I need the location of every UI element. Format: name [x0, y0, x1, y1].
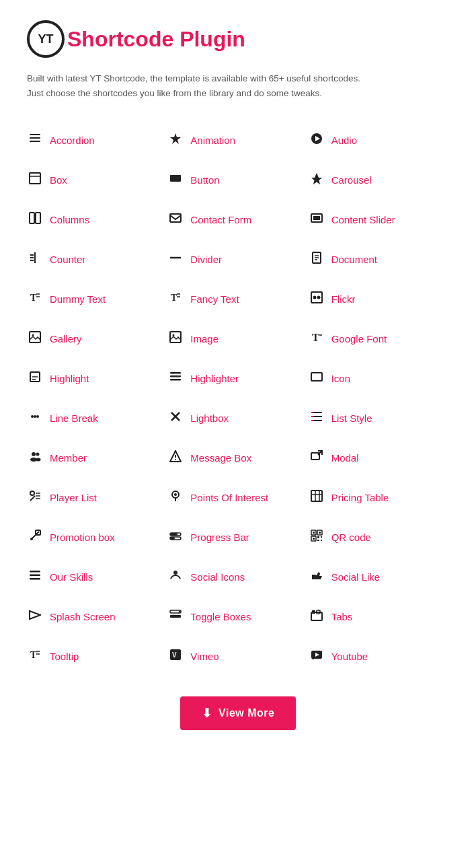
shortcode-item-pricing-table[interactable]: Pricing Table — [309, 478, 449, 517]
shortcode-item-dummy-text[interactable]: TDummy Text — [27, 279, 167, 319]
svg-rect-82 — [170, 533, 177, 536]
svg-rect-84 — [170, 537, 175, 540]
svg-rect-88 — [319, 532, 321, 534]
shortcode-item-tabs[interactable]: Tabs — [309, 597, 449, 637]
divider-icon — [167, 252, 184, 267]
svg-point-58 — [36, 453, 40, 456]
svg-rect-0 — [30, 134, 40, 135]
svg-rect-90 — [313, 538, 315, 540]
svg-rect-11 — [36, 213, 40, 223]
shortcode-item-player-list[interactable]: Player List — [27, 478, 167, 517]
google-font-icon: T — [309, 331, 325, 347]
shortcode-item-google-font[interactable]: TGoogle Font — [309, 319, 449, 359]
counter-icon — [27, 252, 43, 267]
shortcode-label: Animation — [190, 135, 235, 146]
shortcode-item-highlight[interactable]: Highlight — [27, 359, 167, 398]
shortcode-label: Google Font — [331, 333, 387, 345]
shortcode-label: Columns — [50, 214, 89, 225]
svg-point-32 — [317, 296, 320, 299]
view-more-container: ⬇ View More — [27, 696, 449, 730]
button-icon — [167, 172, 184, 188]
shortcode-item-list-style[interactable]: List Style — [309, 398, 449, 438]
shortcode-item-document[interactable]: Document — [309, 240, 449, 279]
shortcode-item-social-icons[interactable]: Social Icons — [167, 557, 308, 597]
shortcode-label: Youtube — [331, 651, 368, 662]
document-icon — [309, 252, 325, 267]
shortcode-item-points-of-interest[interactable]: Points Of Interest — [167, 478, 308, 517]
shortcode-item-contact-form[interactable]: Contact Form — [167, 200, 308, 240]
shortcode-item-button[interactable]: Button — [167, 160, 308, 200]
shortcode-item-social-like[interactable]: Social Like — [309, 557, 449, 597]
shortcode-item-audio[interactable]: Audio — [309, 120, 449, 160]
svg-rect-96 — [30, 575, 40, 577]
shortcode-item-image[interactable]: Image — [167, 319, 308, 359]
shortcode-item-tooltip[interactable]: TTooltip — [27, 637, 167, 676]
svg-text:T: T — [30, 650, 37, 660]
shortcode-item-icon[interactable]: Icon — [309, 359, 449, 398]
header-title: Shortcode Plugin — [67, 27, 245, 52]
shortcode-item-counter[interactable]: Counter — [27, 240, 167, 279]
shortcode-label: Tooltip — [50, 651, 79, 662]
svg-marker-3 — [170, 133, 181, 144]
gallery-icon — [27, 331, 43, 347]
shortcode-item-member[interactable]: Member — [27, 438, 167, 478]
shortcode-label: Social Like — [331, 571, 381, 583]
shortcode-label: Divider — [190, 254, 222, 265]
shortcode-label: Message Box — [190, 452, 251, 464]
shortcode-item-youtube[interactable]: Youtube — [309, 637, 449, 676]
svg-point-31 — [313, 296, 316, 299]
shortcode-item-fancy-text[interactable]: TFancy Text — [167, 279, 308, 319]
shortcode-item-message-box[interactable]: Message Box — [167, 438, 308, 478]
shortcode-item-columns[interactable]: Columns — [27, 200, 167, 240]
shortcode-item-highlighter[interactable]: Highlighter — [167, 359, 308, 398]
svg-rect-91 — [317, 536, 319, 538]
shortcode-item-box[interactable]: Box — [27, 160, 167, 200]
shortcode-item-content-slider[interactable]: Content Slider — [309, 200, 449, 240]
shortcode-item-carousel[interactable]: Carousel — [309, 160, 449, 200]
member-icon — [27, 450, 43, 466]
shortcode-item-divider[interactable]: Divider — [167, 240, 308, 279]
shortcode-item-flickr[interactable]: Flickr — [309, 279, 449, 319]
shortcode-item-line-break[interactable]: Line Break — [27, 398, 167, 438]
shortcode-label: Vimeo — [190, 651, 219, 662]
shortcode-item-accordion[interactable]: Accordion — [27, 120, 167, 160]
shortcode-item-progress-bar[interactable]: Progress Bar — [167, 517, 308, 557]
highlight-icon — [27, 371, 43, 386]
svg-point-80 — [30, 538, 33, 540]
shortcode-label: Flickr — [331, 293, 356, 305]
shortcode-item-lightbox[interactable]: Lightbox — [167, 398, 308, 438]
shortcode-item-toggle-boxes[interactable]: Toggle Boxes — [167, 597, 308, 637]
lightbox-icon — [167, 410, 184, 426]
shortcode-grid: AccordionAnimationAudioBoxButtonCarousel… — [27, 120, 449, 676]
shortcode-item-promotion-box[interactable]: Promotion box — [27, 517, 167, 557]
tabs-icon — [309, 609, 325, 624]
shortcode-label: Carousel — [331, 174, 372, 186]
shortcode-label: Gallery — [50, 333, 82, 345]
shortcode-label: Player List — [50, 492, 97, 503]
shortcode-item-our-skills[interactable]: Our Skills — [27, 557, 167, 597]
content-slider-icon — [309, 212, 325, 227]
shortcode-item-animation[interactable]: Animation — [167, 120, 308, 160]
svg-rect-43 — [170, 375, 181, 377]
view-more-button[interactable]: ⬇ View More — [180, 696, 296, 730]
svg-text:V: V — [172, 651, 177, 659]
shortcode-item-splash-screen[interactable]: Splash Screen — [27, 597, 167, 637]
shortcode-item-gallery[interactable]: Gallery — [27, 319, 167, 359]
shortcode-item-vimeo[interactable]: VVimeo — [167, 637, 308, 676]
our-skills-icon — [27, 569, 43, 585]
svg-rect-74 — [311, 491, 322, 501]
line-break-icon — [27, 410, 43, 426]
shortcode-item-qr-code[interactable]: QR code — [309, 517, 449, 557]
shortcode-label: Splash Screen — [50, 611, 116, 622]
shortcode-item-modal[interactable]: Modal — [309, 438, 449, 478]
flickr-icon — [309, 291, 325, 307]
player-list-icon — [27, 490, 43, 505]
view-more-icon: ⬇ — [202, 706, 212, 721]
points-of-interest-icon — [167, 490, 184, 505]
svg-point-114 — [312, 657, 314, 659]
box-icon — [27, 172, 43, 188]
shortcode-label: Document — [331, 254, 377, 265]
svg-rect-10 — [30, 213, 34, 223]
shortcode-label: Contact Form — [190, 214, 251, 225]
shortcode-label: Content Slider — [331, 214, 395, 225]
